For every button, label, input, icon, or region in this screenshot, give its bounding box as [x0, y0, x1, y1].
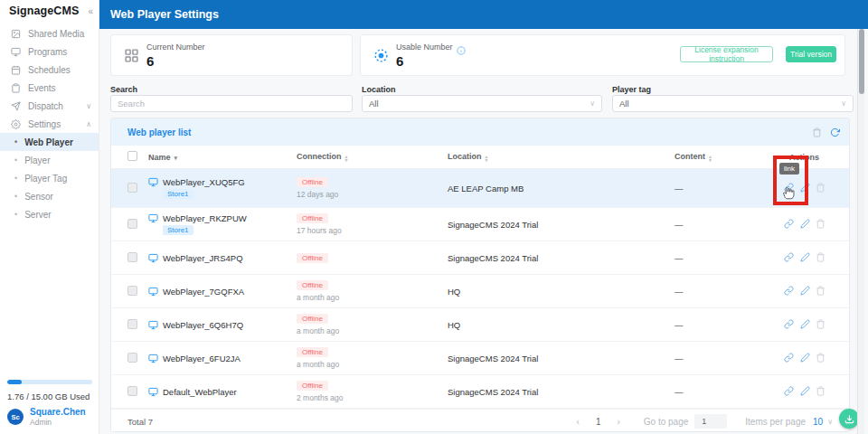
link-icon[interactable] [784, 353, 794, 363]
player-content: — [672, 184, 782, 193]
table-row[interactable]: WebPlayer_6Q6H7Q Offline a month ago HQ … [111, 308, 849, 342]
connection-status-badge: Offline [297, 381, 328, 391]
bullet-icon: • [14, 210, 17, 219]
sidebar-item-shared-media[interactable]: Shared Media [0, 24, 99, 42]
delete-icon[interactable] [816, 183, 826, 193]
connection-status-badge: Offline [297, 177, 328, 187]
row-checkbox[interactable] [127, 386, 137, 396]
player-content: — [672, 387, 782, 397]
player-name: WebPlayer_XUQ5FG [163, 177, 245, 187]
vertical-scrollbar[interactable] [857, 29, 864, 434]
info-icon[interactable] [457, 42, 466, 52]
edit-icon[interactable] [800, 353, 810, 363]
table-row[interactable]: WebPlayer_7GQFXA Offline a month ago HQ … [111, 275, 849, 308]
sidebar-item-dispatch[interactable]: Dispatch ∨ [0, 97, 99, 115]
player-location: HQ [448, 287, 672, 297]
pagination: ‹ 1 › Go to page 1 Items per page 10 ∨ [573, 414, 833, 429]
link-icon[interactable] [784, 252, 794, 262]
next-page-icon[interactable]: › [613, 417, 623, 427]
row-checkbox[interactable] [127, 319, 137, 329]
delete-icon[interactable] [816, 219, 826, 229]
prev-page-icon[interactable]: ‹ [573, 417, 583, 427]
link-icon[interactable] [784, 286, 794, 296]
player-tag-label: Player tag [612, 85, 651, 94]
table-row[interactable]: WebPlayer_XUQ5FG Store1 Offline 12 days … [111, 169, 849, 208]
link-icon[interactable] [784, 219, 794, 229]
player-tag-select[interactable]: All ∨ [612, 95, 854, 112]
storage-progress-fill [7, 380, 22, 384]
page-title: Web Player Settings [110, 8, 219, 21]
bullet-icon: • [14, 156, 17, 165]
select-all-checkbox[interactable] [127, 151, 137, 161]
download-button[interactable] [839, 409, 859, 429]
column-header-content[interactable]: Content▴▾ [672, 152, 782, 162]
edit-icon[interactable] [800, 386, 810, 396]
table-row[interactable]: WebPlayer_RKZPUW Store1 Offline 17 hours… [111, 208, 849, 241]
sidebar-item-programs[interactable]: Programs [0, 42, 99, 61]
edit-icon[interactable] [800, 252, 810, 262]
scrollbar-thumb[interactable] [859, 29, 864, 94]
license-expansion-button[interactable]: License expansion instruction [680, 46, 773, 62]
row-checkbox[interactable] [127, 353, 137, 363]
column-header-name[interactable]: Name▾ [148, 153, 297, 162]
web-player-icon [148, 253, 158, 263]
delete-icon[interactable] [816, 286, 826, 296]
sort-icon: ▴▾ [345, 155, 348, 162]
search-input[interactable] [118, 99, 345, 108]
sidebar-item-sensor[interactable]: • Sensor [0, 187, 99, 205]
items-per-page-select[interactable]: 10 [813, 417, 823, 427]
edit-icon[interactable] [800, 183, 810, 193]
trial-version-button[interactable]: Trial version [786, 46, 836, 62]
table-body: WebPlayer_XUQ5FG Store1 Offline 12 days … [111, 169, 849, 409]
delete-selected-icon[interactable] [812, 127, 822, 137]
sidebar-item-events[interactable]: Events [0, 79, 99, 97]
sidebar-item-label: Server [24, 210, 51, 220]
bullet-icon: • [14, 137, 17, 146]
link-icon[interactable] [784, 386, 794, 396]
sidebar-collapse-icon[interactable]: « [88, 6, 93, 16]
delete-icon[interactable] [816, 319, 826, 329]
column-header-location[interactable]: Location▴▾ [448, 152, 672, 162]
column-header-actions: Actions [782, 153, 850, 162]
edit-icon[interactable] [800, 286, 810, 296]
sidebar-item-label: Web Player [24, 137, 73, 147]
player-name: WebPlayer_RKZPUW [163, 213, 247, 223]
delete-icon[interactable] [816, 252, 826, 262]
location-select[interactable]: All ∨ [362, 95, 602, 112]
page-number[interactable]: 1 [583, 417, 614, 427]
sidebar-item-player[interactable]: • Player [0, 151, 99, 169]
user-profile[interactable]: Sc Square.Chen Admin [7, 407, 86, 427]
sidebar: SignageCMS « Shared Media Programs Sched… [0, 0, 99, 434]
link-icon[interactable] [784, 319, 794, 329]
sidebar-item-player-tag[interactable]: • Player Tag [0, 169, 99, 187]
table-row[interactable]: WebPlayer_JRS4PQ Offline SignageCMS 2024… [111, 241, 849, 275]
sidebar-item-settings[interactable]: Settings ∧ [0, 115, 99, 133]
row-checkbox[interactable] [127, 252, 137, 262]
delete-icon[interactable] [816, 353, 826, 363]
column-header-connection[interactable]: Connection▴▾ [297, 152, 448, 162]
items-per-page-label: Items per page [745, 417, 806, 427]
row-checkbox[interactable] [127, 219, 137, 229]
storage-progress-bar [7, 380, 92, 384]
delete-icon[interactable] [816, 386, 826, 396]
bullet-icon: • [14, 174, 17, 183]
search-field[interactable] [110, 95, 353, 112]
edit-icon[interactable] [800, 219, 810, 229]
sidebar-item-schedules[interactable]: Schedules [0, 61, 99, 79]
sidebar-item-web-player[interactable]: • Web Player [0, 133, 99, 151]
monitor-icon [11, 47, 21, 57]
edit-icon[interactable] [800, 319, 810, 329]
current-number-value: 6 [146, 53, 154, 69]
chevron-down-icon: ∨ [590, 99, 595, 108]
last-seen-text: a month ago [297, 326, 339, 335]
sidebar-item-label: Programs [28, 47, 67, 57]
table-row[interactable]: WebPlayer_6FU2JA Offline a month ago Sig… [111, 342, 849, 375]
player-location: SignageCMS 2024 Trial [448, 387, 672, 397]
sidebar-item-label: Player [24, 156, 50, 165]
refresh-icon[interactable] [830, 127, 840, 137]
row-checkbox[interactable] [127, 183, 137, 193]
goto-page-input[interactable]: 1 [694, 414, 727, 429]
table-row[interactable]: Default_WebPlayer Offline 2 months ago S… [111, 375, 849, 409]
row-checkbox[interactable] [127, 286, 137, 296]
sidebar-item-server[interactable]: • Server [0, 205, 99, 223]
